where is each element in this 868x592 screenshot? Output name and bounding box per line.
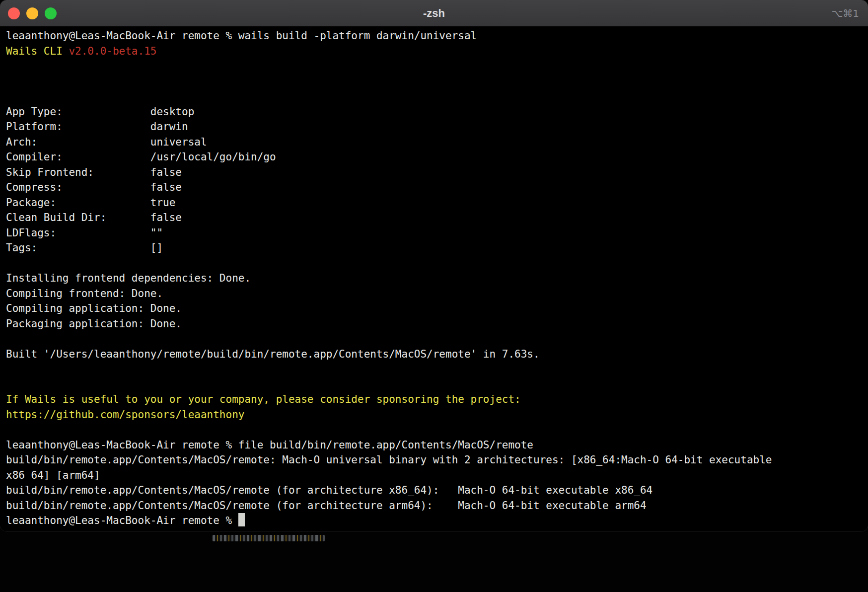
terminal-text-segment: If Wails is useful to you or your compan… (6, 393, 521, 405)
terminal-line: Installing frontend dependencies: Done. (6, 271, 862, 286)
terminal-line: Compiling application: Done. (6, 301, 862, 316)
terminal-line (6, 74, 862, 89)
terminal-text-segment: build/bin/remote.app/Contents/MacOS/remo… (6, 484, 652, 496)
terminal-text-segment: Compress: false (6, 181, 182, 193)
terminal-line (6, 59, 862, 74)
terminal-line: leaanthony@Leas-MacBook-Air remote % fil… (6, 438, 862, 453)
terminal-text-segment: v2.0.0-beta.15 (69, 45, 156, 57)
terminal-line (6, 331, 862, 347)
terminal-window: -zsh ⌥⌘1 leaanthony@Leas-MacBook-Air rem… (0, 0, 868, 531)
terminal-line (6, 422, 862, 438)
close-button[interactable] (8, 7, 20, 19)
terminal-text-segment: Skip Frontend: false (6, 166, 182, 178)
terminal-line (6, 89, 862, 104)
traffic-lights (0, 7, 57, 19)
terminal-line: Wails CLI v2.0.0-beta.15 (6, 44, 862, 59)
terminal-line: leaanthony@Leas-MacBook-Air remote % (6, 513, 862, 528)
terminal-line (6, 362, 862, 377)
terminal-text-segment: Wails CLI (6, 45, 69, 57)
terminal-text-segment: build/bin/remote.app/Contents/MacOS/remo… (6, 454, 772, 466)
terminal-text-segment: x86_64] [arm64] (6, 469, 100, 481)
tab-shortcut-label: ⌥⌘1 (831, 7, 859, 19)
terminal-line: LDFlags: "" (6, 225, 862, 241)
minimize-button[interactable] (26, 7, 38, 19)
terminal-text-segment: leaanthony@Leas-MacBook-Air remote % fil… (6, 439, 533, 451)
terminal-text-segment: Compiling application: Done. (6, 302, 182, 314)
terminal-line: https://github.com/sponsors/leaanthony (6, 407, 862, 423)
terminal-line: Compress: false (6, 180, 862, 195)
terminal-text-segment: https://github.com/sponsors/leaanthony (6, 409, 244, 421)
terminal-text-segment: Tags: [] (6, 242, 163, 254)
terminal-text-segment: Package: true (6, 197, 175, 209)
terminal-text-segment: Clean Build Dir: false (6, 212, 182, 223)
titlebar[interactable]: -zsh ⌥⌘1 (0, 0, 868, 27)
terminal-line: Built '/Users/leaanthony/remote/build/bi… (6, 347, 862, 362)
window-title: -zsh (0, 7, 868, 20)
terminal-text-segment: Compiler: /usr/local/go/bin/go (6, 151, 276, 163)
terminal-line: Platform: darwin (6, 119, 862, 135)
terminal-line: Compiler: /usr/local/go/bin/go (6, 149, 862, 165)
terminal-line: Arch: universal (6, 135, 862, 150)
terminal-text-segment: Packaging application: Done. (6, 318, 182, 330)
terminal-line: build/bin/remote.app/Contents/MacOS/remo… (6, 452, 862, 468)
terminal-line: Packaging application: Done. (6, 316, 862, 332)
zoom-button[interactable] (45, 7, 57, 19)
terminal-line: build/bin/remote.app/Contents/MacOS/remo… (6, 498, 862, 514)
terminal-line (6, 256, 862, 271)
terminal-line: leaanthony@Leas-MacBook-Air remote % wai… (6, 28, 862, 44)
terminal-line: build/bin/remote.app/Contents/MacOS/remo… (6, 483, 862, 498)
terminal-output[interactable]: leaanthony@Leas-MacBook-Air remote % wai… (0, 27, 868, 528)
terminal-cursor (238, 513, 245, 526)
terminal-text-segment: Platform: darwin (6, 121, 188, 133)
terminal-line: Skip Frontend: false (6, 165, 862, 180)
terminal-text-segment: leaanthony@Leas-MacBook-Air remote % wai… (6, 30, 477, 42)
terminal-line: x86_64] [arm64] (6, 468, 862, 483)
terminal-line: App Type: desktop (6, 104, 862, 120)
terminal-text-segment: LDFlags: "" (6, 227, 163, 239)
terminal-text-segment: App Type: desktop (6, 106, 194, 118)
terminal-line (6, 377, 862, 392)
terminal-line: Compiling frontend: Done. (6, 286, 862, 301)
terminal-text-segment: build/bin/remote.app/Contents/MacOS/remo… (6, 500, 647, 512)
terminal-line: Package: true (6, 195, 862, 211)
terminal-text-segment: leaanthony@Leas-MacBook-Air remote % (6, 515, 238, 526)
terminal-line: Tags: [] (6, 240, 862, 256)
terminal-line: If Wails is useful to you or your compan… (6, 392, 862, 407)
terminal-text-segment: Built '/Users/leaanthony/remote/build/bi… (6, 348, 540, 360)
terminal-text-segment: Compiling frontend: Done. (6, 288, 163, 299)
terminal-line: Clean Build Dir: false (6, 210, 862, 225)
terminal-text-segment: Installing frontend dependencies: Done. (6, 272, 251, 284)
background-artifact (213, 535, 325, 541)
terminal-text-segment: Arch: universal (6, 136, 207, 148)
